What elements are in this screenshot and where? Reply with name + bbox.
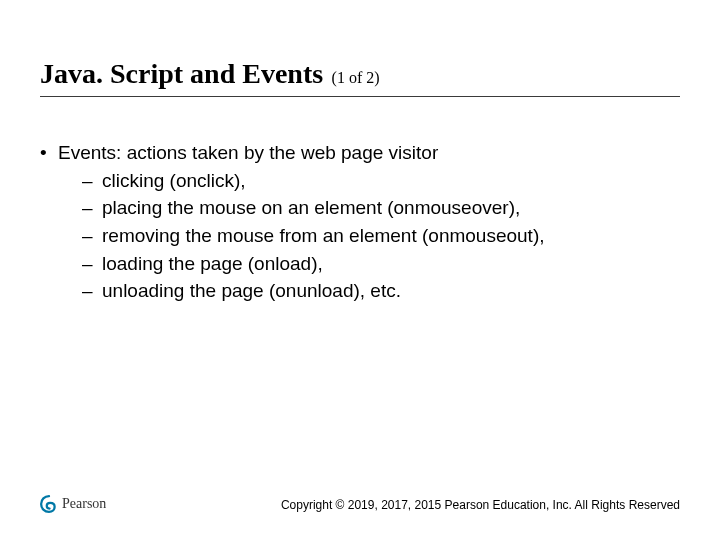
pearson-logo: Pearson	[40, 494, 106, 514]
bullet-marker: •	[40, 140, 58, 166]
bullet-level2-text: placing the mouse on an element (onmouse…	[102, 197, 520, 218]
pearson-logo-icon	[40, 495, 58, 513]
dash-marker: –	[82, 168, 102, 194]
dash-marker: –	[82, 278, 102, 304]
bullet-level2: –clicking (onclick),	[82, 168, 680, 194]
slide-title-block: Java. Script and Events (1 of 2)	[40, 58, 680, 97]
bullet-level2-text: loading the page (onload),	[102, 253, 323, 274]
dash-marker: –	[82, 195, 102, 221]
bullet-level1-text: Events: actions taken by the web page vi…	[58, 142, 438, 163]
slide-title-counter: (1 of 2)	[332, 69, 380, 86]
pearson-logo-text: Pearson	[62, 496, 106, 512]
bullet-level2-text: unloading the page (onunload), etc.	[102, 280, 401, 301]
bullet-level1: •Events: actions taken by the web page v…	[40, 140, 680, 166]
slide: Java. Script and Events (1 of 2) •Events…	[0, 0, 720, 540]
dash-marker: –	[82, 251, 102, 277]
bullet-level2-text: removing the mouse from an element (onmo…	[102, 225, 545, 246]
title-divider	[40, 96, 680, 97]
bullet-level2: –unloading the page (onunload), etc.	[82, 278, 680, 304]
bullet-level2: –removing the mouse from an element (onm…	[82, 223, 680, 249]
bullet-level2: –placing the mouse on an element (onmous…	[82, 195, 680, 221]
bullet-level2: –loading the page (onload),	[82, 251, 680, 277]
bullet-level2-text: clicking (onclick),	[102, 170, 246, 191]
copyright-text: Copyright © 2019, 2017, 2015 Pearson Edu…	[281, 498, 680, 512]
slide-body: •Events: actions taken by the web page v…	[40, 140, 680, 306]
dash-marker: –	[82, 223, 102, 249]
slide-footer: Pearson Copyright © 2019, 2017, 2015 Pea…	[0, 490, 700, 514]
slide-title: Java. Script and Events	[40, 58, 323, 89]
